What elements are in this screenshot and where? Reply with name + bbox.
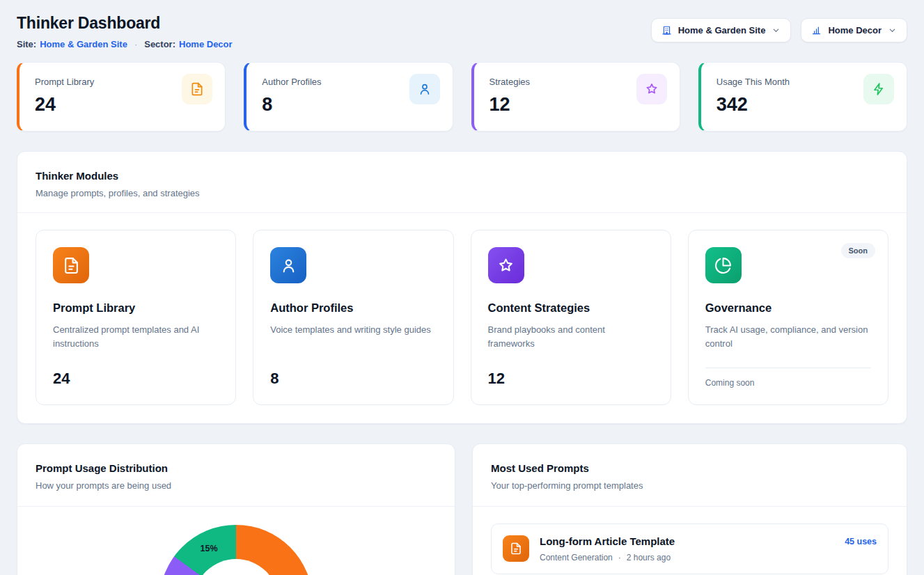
chart-subtitle: How your prompts are being used <box>36 480 437 491</box>
document-icon <box>503 535 529 562</box>
module-card-content-strategies[interactable]: Content Strategies Brand playbooks and c… <box>471 230 671 405</box>
panel-title: Thinker Modules <box>36 170 888 182</box>
header-toolbar: Home & Garden Site Home Decor <box>651 18 907 42</box>
module-description: Voice templates and writing style guides <box>270 323 436 337</box>
stat-card-author-profiles: Author Profiles 8 <box>244 62 453 132</box>
bar-chart-icon <box>811 25 822 36</box>
sparkle-star-icon <box>488 247 524 283</box>
sector-selector-dropdown[interactable]: Home Decor <box>801 18 907 42</box>
stats-row: Prompt Library 24 Author Profiles 8 Stra… <box>17 62 907 132</box>
prompt-item-body: Long-form Article Template Content Gener… <box>540 535 675 562</box>
bottom-row: Prompt Usage Distribution How your promp… <box>17 443 907 575</box>
prompt-item-category: Content Generation <box>540 553 613 562</box>
usage-donut: 15% <box>159 525 313 575</box>
prompt-item-meta: Content Generation · 2 hours ago <box>540 553 675 562</box>
document-icon <box>182 74 212 104</box>
list-card-header: Most Used Prompts Your top-performing pr… <box>473 444 907 507</box>
usage-chart-area: 15% <box>17 507 455 575</box>
module-card-governance: Soon Governance Track AI usage, complian… <box>688 230 888 405</box>
modules-grid: Prompt Library Centralized prompt templa… <box>17 213 907 423</box>
document-icon <box>53 247 89 283</box>
prompt-list: Long-form Article Template Content Gener… <box>473 507 907 575</box>
module-card-author-profiles[interactable]: Author Profiles Voice templates and writ… <box>253 230 453 405</box>
breadcrumb-separator: · <box>134 39 137 49</box>
chart-title: Prompt Usage Distribution <box>36 462 437 474</box>
chart-card-header: Prompt Usage Distribution How your promp… <box>17 444 455 507</box>
module-title: Author Profiles <box>270 301 436 315</box>
panel-subtitle: Manage prompts, profiles, and strategies <box>36 188 888 198</box>
module-title: Content Strategies <box>488 301 654 315</box>
site-label: Site: <box>17 39 36 49</box>
user-icon <box>270 247 306 283</box>
prompt-item-title: Long-form Article Template <box>540 535 675 547</box>
lightning-icon <box>863 74 894 104</box>
prompt-item-time: 2 hours ago <box>627 553 671 562</box>
site-selector-label: Home & Garden Site <box>678 25 766 36</box>
module-description: Centralized prompt templates and AI inst… <box>53 323 219 351</box>
module-description: Brand playbooks and content frameworks <box>488 323 654 351</box>
module-count: 8 <box>270 370 436 388</box>
breadcrumb: Site: Home & Garden Site · Sector: Home … <box>17 39 233 49</box>
stat-card-strategies: Strategies 12 <box>471 62 680 132</box>
header-left: Thinker Dashboard Site: Home & Garden Si… <box>17 14 233 49</box>
page-title: Thinker Dashboard <box>17 14 233 33</box>
prompt-item-uses: 45 uses <box>845 535 877 546</box>
list-title: Most Used Prompts <box>491 462 888 474</box>
module-description: Track AI usage, compliance, and version … <box>705 323 871 351</box>
site-selector-dropdown[interactable]: Home & Garden Site <box>651 18 792 42</box>
building-icon <box>661 25 672 36</box>
user-icon <box>409 74 440 104</box>
site-link[interactable]: Home & Garden Site <box>40 39 127 49</box>
sector-label: Sector: <box>144 39 175 49</box>
most-used-prompts-card: Most Used Prompts Your top-performing pr… <box>472 443 907 575</box>
sector-link[interactable]: Home Decor <box>179 39 233 49</box>
usage-distribution-card: Prompt Usage Distribution How your promp… <box>17 443 455 575</box>
module-card-prompt-library[interactable]: Prompt Library Centralized prompt templa… <box>36 230 236 405</box>
prompt-list-item[interactable]: Long-form Article Template Content Gener… <box>491 523 888 574</box>
chevron-down-icon <box>772 26 781 35</box>
module-count: 24 <box>53 370 219 388</box>
stat-card-usage: Usage This Month 342 <box>698 62 907 132</box>
soon-badge: Soon <box>841 243 876 258</box>
meta-separator: · <box>618 553 621 562</box>
pie-chart-icon <box>705 247 742 283</box>
thinker-modules-panel: Thinker Modules Manage prompts, profiles… <box>17 151 907 424</box>
list-subtitle: Your top-performing prompt templates <box>491 480 888 491</box>
module-title: Governance <box>705 301 871 315</box>
coming-soon-text: Coming soon <box>705 368 871 388</box>
sparkle-star-icon <box>636 74 667 104</box>
sector-selector-label: Home Decor <box>828 25 882 36</box>
dashboard-page: Thinker Dashboard Site: Home & Garden Si… <box>0 0 924 575</box>
module-count: 12 <box>488 370 654 388</box>
module-title: Prompt Library <box>53 301 219 315</box>
chevron-down-icon <box>888 26 897 35</box>
panel-header: Thinker Modules Manage prompts, profiles… <box>17 152 907 213</box>
donut-slice-label: 15% <box>194 544 224 553</box>
page-header: Thinker Dashboard Site: Home & Garden Si… <box>17 14 907 49</box>
stat-card-prompt-library: Prompt Library 24 <box>17 62 226 132</box>
